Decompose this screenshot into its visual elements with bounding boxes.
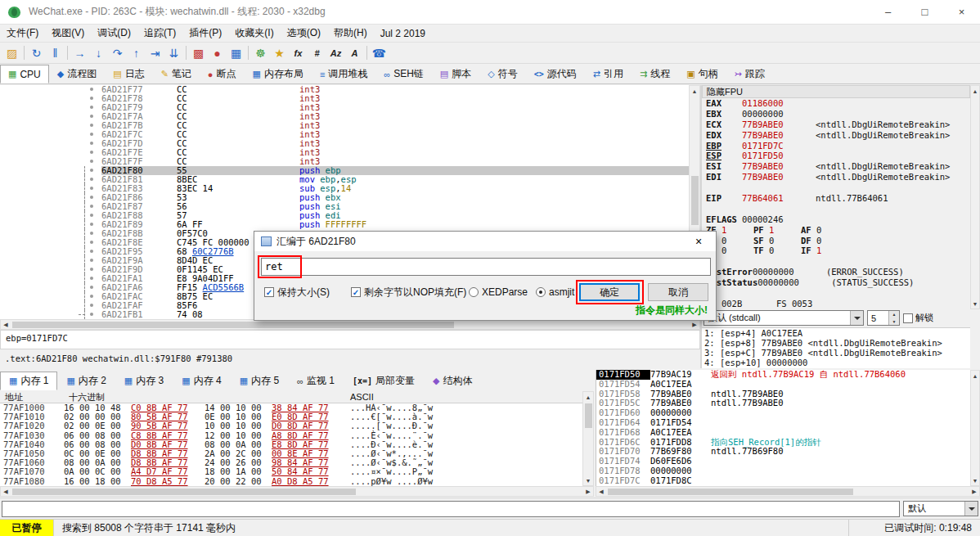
unlock-checkbox[interactable] — [903, 313, 913, 323]
argument-row[interactable]: 4: [esp+10] 00000000 — [702, 358, 970, 367]
flag-sf[interactable]: SF 0 — [753, 236, 801, 246]
register-value[interactable]: 00000000 — [753, 267, 816, 277]
hide-fpu-button[interactable]: 隐藏FPU — [702, 85, 970, 98]
scroll-up-icon[interactable]: ▲ — [583, 392, 593, 402]
restart-button[interactable]: ↻ — [27, 44, 46, 61]
breakpoint-dot[interactable] — [90, 196, 93, 199]
asmjit-radio[interactable]: asmjit — [536, 283, 574, 301]
view-tab-graph[interactable]: ◆流程图 — [49, 65, 105, 83]
scrollbar-thumb[interactable] — [12, 489, 356, 495]
breakpoint-dot[interactable] — [90, 133, 93, 136]
breakpoint-dot[interactable] — [90, 313, 93, 316]
patches-button[interactable]: ▩ — [189, 44, 208, 61]
scroll-up-icon[interactable]: ▲ — [690, 86, 699, 96]
argument-count-stepper[interactable]: 5 ▲▼ — [867, 310, 900, 326]
argument-row[interactable]: 1: [esp+4] A0C17EEA — [702, 328, 970, 338]
menu-item[interactable]: 视图(V) — [45, 26, 91, 40]
stack-row[interactable]: 0171FD68A0C17EEA — [596, 428, 970, 438]
registers-pane[interactable]: 隐藏FPU EAX01186000EBX00000000ECX77B9ABE0<… — [702, 85, 970, 309]
cancel-button[interactable]: 取消 — [648, 283, 708, 301]
argument-row[interactable]: 3: [esp+C] 77B9ABE0 <ntdll.DbgUiRemoteBr… — [702, 348, 970, 358]
breakpoint-dot[interactable] — [90, 106, 93, 109]
register-value[interactable]: 77B9ABE0 — [742, 161, 806, 172]
stack-row[interactable]: 0171FD54A0C17EEA — [596, 380, 970, 390]
menu-item[interactable]: 收藏夹(I) — [228, 26, 280, 40]
view-tab-trace[interactable]: ↣跟踪 — [726, 65, 773, 83]
title-bar[interactable]: WeChat.exe - PID: 263C - 模块: wechatwin.d… — [0, 0, 980, 25]
breakpoint-dot[interactable] — [90, 115, 93, 118]
registers-vertical-scrollbar[interactable]: ▲ ▼ — [970, 85, 980, 309]
scroll-right-icon[interactable]: ▶ — [583, 487, 593, 496]
breakpoint-dot[interactable] — [90, 124, 93, 127]
flag-af[interactable]: AF 0 — [801, 225, 848, 236]
view-tab-source[interactable]: <>源代码 — [526, 65, 585, 83]
view-tab-memory-map[interactable]: ▦内存布局 — [245, 65, 312, 83]
view-tab-breakpoints[interactable]: ●断点 — [200, 65, 245, 83]
menu-item[interactable]: 插件(P) — [182, 26, 228, 40]
keep-size-checkbox[interactable]: 保持大小(S) — [264, 283, 330, 301]
radio-icon[interactable] — [469, 287, 479, 297]
chevron-down-icon[interactable] — [850, 311, 863, 325]
dump-horizontal-scrollbar[interactable]: ◀ ▶ — [0, 486, 594, 497]
argument-row[interactable]: 2: [esp+8] 77B9ABE0 <ntdll.DbgUiRemoteBr… — [702, 338, 970, 348]
register-value[interactable]: 0171FD50 — [742, 151, 806, 161]
menu-item[interactable]: 文件(F) — [0, 26, 45, 40]
stepper-down-icon[interactable]: ▼ — [889, 318, 899, 326]
breakpoint-dot[interactable] — [90, 151, 93, 154]
breakpoint-dot[interactable] — [90, 295, 93, 298]
dump-row[interactable]: 77AF10700A 00 0C 00A4 D7 AF 7718 00 1A 0… — [0, 467, 582, 476]
maximize-button[interactable]: □ — [906, 0, 943, 24]
flag-tf[interactable]: TF 0 — [753, 245, 801, 256]
register-value[interactable]: 77B64061 — [742, 193, 806, 204]
breakpoints-button[interactable]: ● — [208, 44, 227, 61]
unlock-toggle[interactable]: 解锁 — [903, 312, 933, 324]
bottom-tab-memory-1[interactable]: ▦内存 1 — [0, 372, 57, 390]
breakpoint-dot[interactable] — [90, 304, 93, 307]
register-value[interactable]: 00000000 — [742, 109, 806, 119]
checkbox-icon[interactable] — [264, 287, 274, 297]
breakpoint-dot[interactable] — [90, 250, 93, 253]
bottom-tab-memory-4[interactable]: ▦内存 4 — [173, 372, 230, 390]
stack-horizontal-scrollbar[interactable]: ◀ ▶ — [596, 486, 980, 497]
dump-row[interactable]: 77AF102002 00 0E 0090 5B AF 7710 00 10 0… — [0, 421, 582, 430]
bottom-tab-struct[interactable]: ◆结构体 — [424, 372, 481, 390]
stepper-arrows[interactable]: ▲▼ — [888, 311, 899, 325]
bottom-tab-memory-3[interactable]: ▦内存 3 — [115, 372, 173, 390]
memory-map-button[interactable]: ▦ — [227, 44, 245, 61]
view-tab-handles[interactable]: ▣句柄 — [678, 65, 726, 83]
menu-item[interactable]: Jul 2 2019 — [374, 28, 432, 39]
chevron-down-icon[interactable] — [964, 502, 978, 516]
register-value[interactable]: 77B9ABE0 — [742, 119, 806, 130]
patch-count-button[interactable]: # — [308, 44, 326, 61]
stack-vertical-scrollbar[interactable]: ▲ ▼ — [970, 370, 980, 486]
flag-df[interactable]: DF 0 — [801, 236, 848, 246]
scroll-left-icon[interactable]: ◀ — [1, 487, 11, 496]
bottom-tab-memory-5[interactable]: ▦内存 5 — [231, 372, 288, 390]
scroll-right-icon[interactable]: ▶ — [690, 320, 699, 329]
checkbox-icon[interactable] — [351, 287, 361, 297]
stack-row[interactable]: 0171FD7C0171FD8C — [596, 476, 970, 486]
flag-if[interactable]: IF 1 — [801, 245, 848, 256]
step-out-button[interactable]: ↑ — [127, 44, 146, 61]
breakpoint-dot[interactable] — [90, 232, 93, 235]
menu-item[interactable]: 追踪(T) — [137, 26, 182, 40]
fill-nop-checkbox[interactable]: 剩余字节以NOP填充(F) — [351, 283, 466, 301]
breakpoint-dot[interactable] — [90, 259, 93, 262]
breakpoint-dot[interactable] — [90, 205, 93, 208]
view-tab-symbols[interactable]: ◇符号 — [479, 65, 525, 83]
dump-row[interactable]: 77AF108016 00 18 0070 D8 A5 7720 00 22 0… — [0, 477, 582, 486]
bottom-tab-watch-1[interactable]: ∞监视 1 — [288, 372, 344, 390]
scrollbar-thumb[interactable] — [608, 489, 853, 495]
command-script-select[interactable]: 默认 — [903, 501, 978, 516]
menu-item[interactable]: 帮助(H) — [327, 26, 374, 40]
view-tab-threads[interactable]: ⇉线程 — [632, 65, 678, 83]
animate-into-button[interactable]: ⇊ — [164, 44, 183, 61]
view-tab-call-stack[interactable]: ≡调用堆栈 — [312, 65, 375, 83]
view-tab-log[interactable]: ▤日志 — [105, 65, 152, 83]
scrollbar-thumb[interactable] — [585, 403, 592, 428]
command-input[interactable] — [2, 501, 900, 517]
calculator-button[interactable]: fx — [289, 44, 308, 61]
open-file-button[interactable]: ▨ — [2, 44, 21, 61]
scrollbar-thumb[interactable] — [691, 176, 699, 225]
assemble-dialog-title-bar[interactable]: 汇编于 6AD21F80 × — [254, 232, 716, 251]
